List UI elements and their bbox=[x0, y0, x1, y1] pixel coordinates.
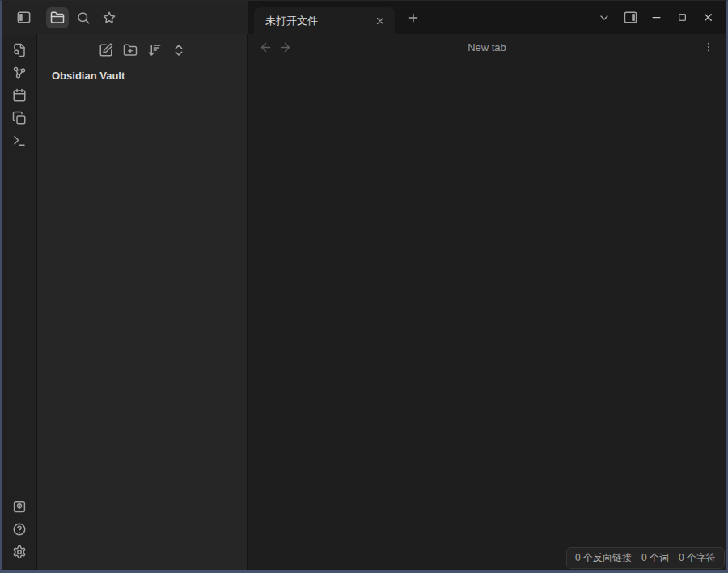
new-folder-button[interactable] bbox=[120, 40, 141, 60]
panel-right-icon bbox=[623, 10, 638, 25]
vault-switcher-button[interactable] bbox=[8, 495, 31, 518]
sidebar-tab-files[interactable] bbox=[46, 7, 69, 28]
sort-order-button[interactable] bbox=[144, 40, 165, 60]
chevron-down-icon bbox=[598, 11, 611, 24]
more-options-button[interactable] bbox=[699, 37, 718, 57]
tab-bar: 未打开文件 bbox=[248, 1, 726, 34]
right-sidebar-toggle-button[interactable] bbox=[621, 9, 639, 27]
collapse-all-button[interactable] bbox=[168, 40, 189, 60]
tab-title: 未打开文件 bbox=[265, 14, 372, 28]
file-explorer-pane: Obsidian Vault bbox=[37, 34, 248, 570]
vault-icon bbox=[12, 499, 27, 514]
arrow-right-icon bbox=[278, 40, 292, 54]
editor-empty-area[interactable] bbox=[248, 60, 726, 570]
new-tab-button[interactable] bbox=[403, 7, 424, 28]
chevrons-up-down-icon bbox=[171, 43, 186, 57]
plus-icon bbox=[407, 11, 420, 24]
sidebar-tab-search[interactable] bbox=[72, 7, 95, 28]
close-window-button[interactable] bbox=[699, 9, 717, 27]
maximize-icon bbox=[677, 12, 688, 23]
new-note-button[interactable] bbox=[95, 40, 116, 60]
ribbon-top-group bbox=[8, 39, 31, 152]
search-icon bbox=[76, 11, 91, 25]
file-search-icon bbox=[12, 43, 27, 57]
arrow-left-icon bbox=[259, 40, 273, 54]
settings-button[interactable] bbox=[8, 541, 31, 563]
ribbon-bottom-group bbox=[8, 495, 31, 563]
obsidian-window: 未打开文件 bbox=[0, 0, 728, 573]
templates-button[interactable] bbox=[8, 107, 31, 129]
maximize-button[interactable] bbox=[673, 9, 691, 27]
calendar-icon bbox=[12, 88, 27, 103]
command-palette-button[interactable] bbox=[8, 129, 31, 152]
more-vertical-icon bbox=[702, 40, 715, 53]
graph-icon bbox=[12, 66, 27, 80]
close-icon bbox=[702, 11, 714, 23]
minimize-button[interactable] bbox=[647, 9, 665, 27]
square-pen-icon bbox=[99, 43, 113, 57]
navigate-forward-button[interactable] bbox=[275, 37, 294, 57]
main-pane: New tab bbox=[248, 34, 726, 570]
titlebar: 未打开文件 bbox=[2, 1, 726, 34]
copy-icon bbox=[12, 111, 27, 125]
view-title: New tab bbox=[248, 41, 726, 53]
navigate-back-button[interactable] bbox=[256, 37, 275, 57]
status-word-count[interactable]: 0 个词 bbox=[641, 551, 669, 565]
graph-view-button[interactable] bbox=[8, 62, 31, 84]
view-header: New tab bbox=[248, 34, 726, 60]
minimize-icon bbox=[650, 11, 662, 23]
workspace: Obsidian Vault bbox=[2, 34, 726, 570]
x-icon bbox=[375, 15, 386, 27]
status-char-count[interactable]: 0 个字符 bbox=[679, 551, 716, 565]
ribbon bbox=[2, 34, 37, 570]
star-icon bbox=[102, 11, 116, 25]
help-button[interactable] bbox=[8, 518, 31, 541]
left-sidebar-toggle-button[interactable] bbox=[12, 7, 35, 28]
daily-note-button[interactable] bbox=[8, 84, 31, 107]
status-bar: 0 个反向链接 0 个词 0 个字符 bbox=[566, 547, 725, 569]
status-backlinks[interactable]: 0 个反向链接 bbox=[575, 551, 632, 565]
sort-descending-icon bbox=[147, 43, 162, 57]
panel-left-icon bbox=[16, 10, 32, 25]
folder-plus-icon bbox=[123, 43, 138, 57]
folder-icon bbox=[50, 11, 65, 25]
terminal-icon bbox=[12, 134, 27, 148]
tab-list-button[interactable] bbox=[595, 9, 613, 27]
file-tree-empty bbox=[37, 87, 247, 570]
tab-no-open-file[interactable]: 未打开文件 bbox=[254, 7, 395, 34]
titlebar-left bbox=[2, 1, 248, 34]
gear-icon bbox=[12, 545, 27, 559]
tab-close-button[interactable] bbox=[372, 13, 388, 29]
explorer-actions bbox=[37, 34, 247, 60]
vault-title[interactable]: Obsidian Vault bbox=[37, 60, 247, 87]
help-circle-icon bbox=[12, 522, 27, 537]
sidebar-tab-bookmarks[interactable] bbox=[98, 7, 121, 28]
quick-switcher-button[interactable] bbox=[8, 39, 31, 62]
titlebar-right-controls bbox=[595, 1, 717, 34]
